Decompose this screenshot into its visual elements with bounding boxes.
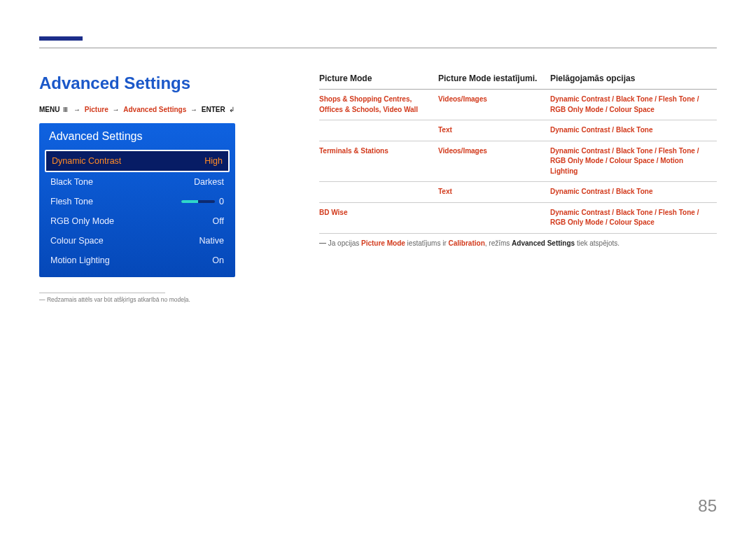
table-note: ― Ja opcijas Picture Mode iestatījums ir… <box>319 238 717 248</box>
panel-row-label: Flesh Tone <box>50 197 93 206</box>
panel-row-value: Off <box>213 216 224 226</box>
table-row: Shops & Shopping Centres, Offices & Scho… <box>319 90 717 120</box>
note-emphasis: Picture Mode <box>361 239 405 247</box>
note-bold: Advanced Settings <box>512 239 575 247</box>
slider-bar[interactable] <box>181 200 215 203</box>
panel-row-rgb-only-mode[interactable]: RGB Only Mode Off <box>39 211 235 231</box>
footnote-divider <box>39 293 165 293</box>
panel-row-dynamic-contrast[interactable]: Dynamic Contrast High <box>45 150 230 172</box>
table-cell: Text <box>438 187 550 197</box>
table-cell <box>319 187 438 197</box>
table-cell: Text <box>438 125 550 136</box>
page-title: Advanced Settings <box>39 73 255 93</box>
panel-row-black-tone[interactable]: Black Tone Darkest <box>39 172 235 192</box>
panel-row-value: Native <box>200 236 224 246</box>
menu-icon: Ⅲ <box>62 106 69 113</box>
panel-row-value: On <box>212 255 224 265</box>
page-number: 85 <box>698 496 717 516</box>
table-cell: Shops & Shopping Centres, Offices & Scho… <box>319 94 438 115</box>
panel-row-label: Colour Space <box>50 236 104 246</box>
panel-row-value: High <box>204 156 223 166</box>
table-cell: Dynamic Contrast / Black Tone / Flesh To… <box>550 94 717 115</box>
table-cell <box>438 208 550 228</box>
table-header-cell: Pielāgojamās opcijas <box>550 73 717 83</box>
table-header: Picture Mode Picture Mode iestatījumi. P… <box>319 73 717 90</box>
enter-icon: ↲ <box>227 106 236 113</box>
note-text: , režīms <box>485 239 512 247</box>
table-header-cell: Picture Mode <box>319 73 438 83</box>
accent-bar <box>39 36 83 41</box>
panel-row-value: 0 <box>219 197 224 206</box>
note-text: Ja opcijas <box>328 239 361 247</box>
panel-row-flesh-tone[interactable]: Flesh Tone 0 <box>39 192 235 211</box>
panel-row-colour-space[interactable]: Colour Space Native <box>39 231 235 251</box>
table-cell: Videos/Images <box>438 146 550 177</box>
panel-row-value: Darkest <box>194 177 224 187</box>
top-divider <box>39 48 717 48</box>
table-header-cell: Picture Mode iestatījumi. <box>438 73 550 83</box>
panel-row-motion-lighting[interactable]: Motion Lighting On <box>39 251 235 270</box>
panel-row-label: RGB Only Mode <box>50 216 114 226</box>
breadcrumb-advanced: Advanced Settings <box>123 106 186 113</box>
breadcrumb-enter: ENTER <box>202 106 225 113</box>
note-text: iestatījums ir <box>405 239 449 247</box>
page-content: Advanced Settings MENU Ⅲ → Picture → Adv… <box>39 43 717 303</box>
breadcrumb: MENU Ⅲ → Picture → Advanced Settings → E… <box>39 106 255 113</box>
arrow-icon: → <box>71 106 83 113</box>
table-cell: BD Wise <box>319 208 438 228</box>
note-dash: ― <box>319 239 326 247</box>
breadcrumb-picture: Picture <box>85 106 108 113</box>
table-cell: Terminals & Stations <box>319 146 438 177</box>
panel-row-label: Motion Lighting <box>50 255 110 265</box>
panel-title: Advanced Settings <box>39 123 235 150</box>
arrow-icon: → <box>188 106 200 113</box>
table-row: BD Wise Dynamic Contrast / Black Tone / … <box>319 203 717 234</box>
table-cell <box>319 125 438 136</box>
table-row: Text Dynamic Contrast / Black Tone <box>319 182 717 203</box>
arrow-icon: → <box>110 106 121 113</box>
table-cell: Videos/Images <box>438 94 550 115</box>
panel-row-label: Black Tone <box>50 177 93 187</box>
table-cell: Dynamic Contrast / Black Tone / Flesh To… <box>550 208 717 228</box>
breadcrumb-menu: MENU <box>39 106 59 113</box>
table-row: Text Dynamic Contrast / Black Tone <box>319 120 717 141</box>
table-cell: Dynamic Contrast / Black Tone <box>550 125 717 136</box>
note-emphasis: Calibration <box>449 239 485 247</box>
table-cell: Dynamic Contrast / Black Tone / Flesh To… <box>550 146 717 177</box>
footnote-text: Redzamais attēls var būt atšķirīgs atkar… <box>39 296 255 303</box>
table-cell: Dynamic Contrast / Black Tone <box>550 187 717 197</box>
right-column: Picture Mode Picture Mode iestatījumi. P… <box>319 73 717 303</box>
settings-panel: Advanced Settings Dynamic Contrast High … <box>39 123 235 277</box>
panel-row-label: Dynamic Contrast <box>52 156 121 166</box>
note-text: tiek atspējots. <box>575 239 620 247</box>
table-row: Terminals & Stations Videos/Images Dynam… <box>319 141 717 183</box>
left-column: Advanced Settings MENU Ⅲ → Picture → Adv… <box>39 73 255 303</box>
